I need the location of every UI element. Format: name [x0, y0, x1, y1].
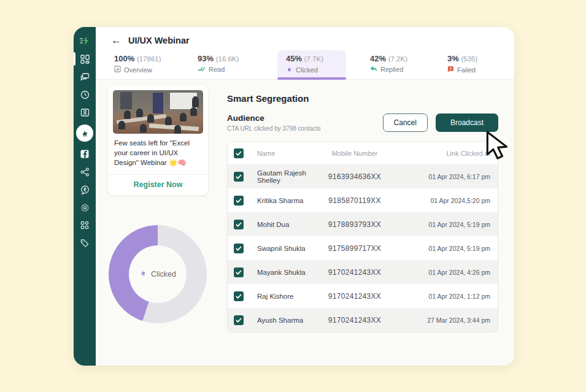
- audience-label: Audience: [227, 113, 321, 123]
- select-all-checkbox[interactable]: [234, 148, 244, 158]
- cell-name: Kritika Sharma: [257, 197, 311, 204]
- read-pct: 93%: [198, 54, 214, 63]
- bar-chart-icon: [114, 66, 121, 74]
- col-mobile: Mobile Number: [311, 150, 398, 157]
- donut-center-label: Clicked: [151, 270, 176, 279]
- section-title: Smart Segregation: [227, 93, 498, 104]
- cell-clicked-at: 01 Apr 2024, 1:12 pm: [398, 293, 490, 300]
- cell-name: Gautam Rajesh Shelley: [257, 169, 311, 184]
- replied-label: Replied: [380, 66, 403, 73]
- sidebar-item-facebook[interactable]: [79, 148, 90, 159]
- clicked-donut-chart: Clicked: [109, 225, 207, 323]
- message-text: Few seats left for "Excel your career in…: [108, 134, 208, 174]
- sidebar-item-contacts[interactable]: [79, 107, 90, 118]
- audience-table: Name Mobile Number Link Clicked at Gauta…: [227, 141, 498, 332]
- cell-clicked-at: 01 Apr 2024,5:20 pm: [398, 197, 490, 204]
- cell-mobile: 9170241243XX: [311, 316, 398, 325]
- sidebar-item-share-network[interactable]: [79, 166, 90, 177]
- table-header-row: Name Mobile Number Link Clicked at: [228, 142, 498, 164]
- cell-name: Raj Kishore: [257, 293, 311, 300]
- table-row: Swapnil Shukla 9175899717XX 01 Apr 2024,…: [228, 236, 498, 260]
- cell-name: Swapnil Shukla: [257, 245, 311, 252]
- row-checkbox[interactable]: [234, 172, 244, 182]
- sidebar-item-chats[interactable]: [79, 71, 90, 82]
- replied-count: (7.2K): [388, 55, 407, 63]
- cell-mobile: 9185870119XX: [311, 196, 398, 205]
- overview-label: Overview: [124, 66, 152, 74]
- cell-name: Ayush Sharma: [257, 317, 311, 324]
- stats-tabs: 100% (17861) Overview 93% (16.6K) Read 4…: [96, 50, 514, 79]
- row-checkbox[interactable]: [234, 244, 244, 253]
- webinar-photo: [113, 90, 203, 134]
- table-row: Mayank Shukla 9170241243XX 01 Apr 2024, …: [228, 260, 498, 284]
- read-count: (16.6K): [216, 55, 239, 63]
- cell-name: Mohit Dua: [257, 221, 311, 228]
- table-row: Raj Kishore 9170241243XX 01 Apr 2024, 1:…: [228, 284, 498, 308]
- back-arrow-icon[interactable]: ←: [111, 35, 121, 45]
- overview-count: (17861): [137, 55, 161, 63]
- failed-pct: 3%: [447, 54, 459, 63]
- sidebar-item-settings-gear-icon[interactable]: [79, 202, 90, 213]
- row-checkbox[interactable]: [234, 267, 244, 277]
- row-checkbox[interactable]: [234, 291, 244, 301]
- cell-clicked-at: 01 Apr 2024, 6:17 pm: [398, 173, 490, 180]
- col-link-clicked: Link Clicked at: [398, 150, 490, 157]
- active-indicator: [74, 52, 75, 66]
- sidebar-item-payments[interactable]: [79, 184, 90, 195]
- cell-clicked-at: 27 Mar 2024, 3:44 pm: [398, 317, 490, 324]
- failed-bubble-icon: [447, 66, 454, 74]
- message-preview-card: Few seats left for "Excel your career in…: [108, 85, 208, 195]
- row-checkbox[interactable]: [234, 220, 244, 229]
- sidebar-item-dashboard[interactable]: [79, 53, 90, 64]
- row-checkbox[interactable]: [234, 196, 244, 206]
- tab-failed[interactable]: 3% (535) Failed: [439, 50, 507, 79]
- sidebar-item-history[interactable]: [79, 89, 90, 100]
- row-checkbox[interactable]: [234, 315, 244, 325]
- clicked-count: (7.7K): [304, 55, 323, 63]
- table-row: Gautam Rajesh Shelley 9163934636XX 01 Ap…: [228, 164, 498, 188]
- tab-overview[interactable]: 100% (17861) Overview: [106, 50, 174, 79]
- segregation-panel: Smart Segregation Audience CTA URL click…: [227, 85, 498, 366]
- cell-mobile: 9178893793XX: [311, 220, 398, 229]
- cancel-button[interactable]: Cancel: [383, 113, 428, 132]
- cell-mobile: 9163934636XX: [311, 172, 398, 181]
- cell-clicked-at: 01 Apr 2024, 5:19 pm: [398, 221, 490, 228]
- clicked-pct: 45%: [286, 54, 302, 63]
- table-row: Mohit Dua 9178893793XX 01 Apr 2024, 5:19…: [228, 212, 498, 236]
- overview-pct: 100%: [114, 54, 134, 63]
- main-panel: ← UI/UX Webinar 100% (17861) Overview 93…: [96, 27, 514, 366]
- desktop-background: { "header": { "back_icon": "←", "title":…: [0, 0, 586, 392]
- read-label: Read: [209, 66, 225, 73]
- clicked-label: Clicked: [296, 66, 318, 74]
- cell-mobile: 9175899717XX: [311, 244, 398, 253]
- tab-clicked[interactable]: 45% (7.7K) Clicked: [277, 50, 346, 79]
- sidebar-item-integrations[interactable]: [79, 220, 90, 231]
- double-check-icon: [198, 66, 206, 73]
- broadcast-button[interactable]: Broadcast: [436, 113, 498, 132]
- failed-count: (535): [461, 55, 477, 63]
- cell-clicked-at: 01 Apr 2024, 4:26 pm: [398, 269, 490, 276]
- reply-arrow-icon: [370, 66, 377, 73]
- cell-mobile: 9170241243XX: [311, 268, 398, 277]
- sidebar-item-campaign-active[interactable]: [76, 125, 93, 142]
- page-header: ← UI/UX Webinar 100% (17861) Overview 93…: [96, 27, 514, 80]
- sidebar-item-tags[interactable]: [79, 237, 90, 248]
- tab-read[interactable]: 93% (16.6K) Read: [189, 50, 258, 79]
- table-row: Kritika Sharma 9185870119XX 01 Apr 2024,…: [228, 188, 498, 212]
- click-hand-icon: [139, 269, 147, 280]
- cell-mobile: 9170241243XX: [311, 292, 398, 301]
- tab-replied[interactable]: 42% (7.2K) Replied: [361, 50, 430, 79]
- app-window: ← UI/UX Webinar 100% (17861) Overview 93…: [74, 27, 514, 366]
- table-row: Ayush Sharma 9170241243XX 27 Mar 2024, 3…: [228, 308, 498, 332]
- click-hand-icon: [286, 66, 293, 74]
- cell-clicked-at: 01 Apr 2024, 5:19 pm: [398, 245, 490, 252]
- audience-subtext: CTA URL clicked by 3798 contacts: [227, 125, 321, 132]
- col-name: Name: [257, 150, 311, 157]
- app-logo-icon: [79, 36, 90, 47]
- cell-name: Mayank Shukla: [257, 269, 311, 276]
- sidebar-nav: [74, 27, 96, 366]
- page-title: UI/UX Webinar: [128, 36, 190, 45]
- preview-column: Few seats left for "Excel your career in…: [108, 85, 208, 366]
- replied-pct: 42%: [370, 54, 386, 63]
- register-now-button[interactable]: Register Now: [108, 174, 208, 195]
